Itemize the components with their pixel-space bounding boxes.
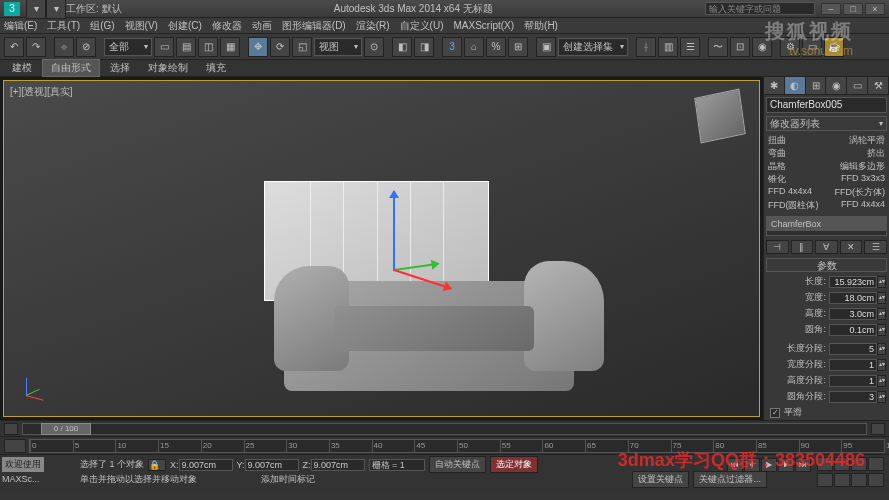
mirror-button[interactable]: ⟊	[636, 37, 656, 57]
select-region-button[interactable]: ◫	[198, 37, 218, 57]
spinner-icon[interactable]: ▴▾	[877, 324, 886, 336]
param-value-input[interactable]: 1	[829, 359, 877, 371]
menu-item[interactable]: 视图(V)	[125, 19, 158, 33]
param-value-input[interactable]: 5	[829, 343, 877, 355]
ribbon-tab[interactable]: 选择	[102, 60, 138, 76]
select-name-button[interactable]: ▤	[176, 37, 196, 57]
zoom-button[interactable]	[834, 457, 850, 471]
menu-item[interactable]: 帮助(H)	[524, 19, 558, 33]
zoom-all-button[interactable]	[851, 457, 867, 471]
setkey-button[interactable]: 设置关键点	[632, 471, 689, 488]
spinner-icon[interactable]: ▴▾	[877, 375, 886, 387]
time-slider-handle[interactable]: 0 / 100	[41, 423, 91, 435]
menu-item[interactable]: 渲染(R)	[356, 19, 390, 33]
material-button[interactable]: ◉	[752, 37, 772, 57]
move-button[interactable]: ✥	[248, 37, 268, 57]
minimize-button[interactable]: –	[821, 3, 841, 15]
object-name-field[interactable]: ChamferBox005	[766, 97, 887, 113]
display-tab[interactable]: ▭	[847, 77, 868, 94]
undo-button[interactable]: ↶	[4, 37, 24, 57]
keyfilter-button[interactable]: 关键点过滤器...	[693, 471, 767, 488]
close-button[interactable]: ×	[865, 3, 885, 15]
play-button[interactable]: ▶	[761, 458, 777, 472]
time-ruler[interactable]: 0510152025303540455055606570758085909510…	[29, 439, 885, 453]
modifier-shortcut[interactable]: FFD(圆柱体)FFD 4x4x4	[766, 199, 887, 212]
hierarchy-tab[interactable]: ⊞	[806, 77, 827, 94]
param-value-input[interactable]: 15.923cm	[829, 276, 877, 288]
modifier-shortcut[interactable]: 扭曲涡轮平滑	[766, 134, 887, 147]
coord-y-input[interactable]	[245, 459, 299, 471]
goto-end-button[interactable]: ⏭	[795, 458, 811, 472]
manipulate-button[interactable]: ◧	[392, 37, 412, 57]
spinner-icon[interactable]: ▴▾	[877, 391, 886, 403]
walk-button[interactable]	[868, 473, 884, 487]
scene-object-sofa[interactable]	[224, 161, 644, 417]
modifier-shortcut[interactable]: 弯曲挤出	[766, 147, 887, 160]
menu-item[interactable]: 创建(C)	[168, 19, 202, 33]
menu-item[interactable]: 图形编辑器(D)	[282, 19, 346, 33]
spinner-icon[interactable]: ▴▾	[877, 292, 886, 304]
param-value-input[interactable]: 1	[829, 375, 877, 387]
param-value-input[interactable]: 3	[829, 391, 877, 403]
lock-sel-button[interactable]: 🔒	[148, 459, 166, 471]
snap-button[interactable]: 3	[442, 37, 462, 57]
render-button[interactable]: ☕	[824, 37, 844, 57]
configure-button[interactable]: ☰	[864, 240, 887, 254]
named-sel-set[interactable]: 创建选择集	[558, 38, 628, 56]
named-sel-button[interactable]: ▣	[536, 37, 556, 57]
window-crossing-button[interactable]: ▦	[220, 37, 240, 57]
ribbon-tab[interactable]: 建模	[4, 60, 40, 76]
spinner-icon[interactable]: ▴▾	[877, 343, 886, 355]
menu-item[interactable]: 自定义(U)	[400, 19, 444, 33]
ribbon-tab[interactable]: 填充	[198, 60, 234, 76]
menu-item[interactable]: 动画	[252, 19, 272, 33]
pan-button[interactable]	[817, 457, 833, 471]
param-value-input[interactable]: 0.1cm	[829, 324, 877, 336]
utilities-tab[interactable]: ⚒	[868, 77, 889, 94]
fov-button[interactable]	[868, 457, 884, 471]
next-frame-button[interactable]: ⏵	[778, 458, 794, 472]
ribbon-tab[interactable]: 自由形式	[42, 59, 100, 77]
trackbar-toggle[interactable]	[4, 439, 26, 453]
remove-mod-button[interactable]: ✕	[840, 240, 863, 254]
selected-filter[interactable]: 选定对象	[490, 456, 538, 473]
layers-button[interactable]: ☰	[680, 37, 700, 57]
orbit-button[interactable]	[834, 473, 850, 487]
modify-tab[interactable]: ◐	[785, 77, 806, 94]
percent-snap-button[interactable]: %	[486, 37, 506, 57]
rotate-button[interactable]: ⟳	[270, 37, 290, 57]
titlebar-btn[interactable]: ▾	[26, 0, 46, 19]
perspective-viewport[interactable]: [+][透视][真实]	[3, 80, 760, 417]
spinner-icon[interactable]: ▴▾	[877, 308, 886, 320]
menu-item[interactable]: MAXScript(X)	[453, 20, 514, 31]
pin-stack-button[interactable]: ⊣	[766, 240, 789, 254]
modifier-list-dropdown[interactable]: 修改器列表▾	[766, 116, 887, 131]
pivot-button[interactable]: ⊙	[364, 37, 384, 57]
menu-item[interactable]: 组(G)	[90, 19, 114, 33]
unlink-button[interactable]: ⊘	[76, 37, 96, 57]
add-time-tag[interactable]: 添加时间标记	[261, 473, 315, 486]
maximize-button[interactable]: □	[843, 3, 863, 15]
welcome-link[interactable]: 欢迎使用	[2, 457, 44, 472]
modifier-shortcut[interactable]: FFD 4x4x4FFD(长方体)	[766, 186, 887, 199]
ribbon-tab[interactable]: 对象绘制	[140, 60, 196, 76]
ref-coord-system[interactable]: 视图	[314, 38, 362, 56]
modifier-shortcut[interactable]: 锥化FFD 3x3x3	[766, 173, 887, 186]
render-frame-button[interactable]: ▭	[802, 37, 822, 57]
axis-z[interactable]	[393, 191, 395, 271]
prev-frame-button[interactable]: ⏴	[744, 458, 760, 472]
spinner-icon[interactable]: ▴▾	[877, 276, 886, 288]
coord-x-input[interactable]	[179, 459, 233, 471]
spinner-icon[interactable]: ▴▾	[877, 359, 886, 371]
render-setup-button[interactable]: ⚙	[780, 37, 800, 57]
param-value-input[interactable]: 3.0cm	[829, 308, 877, 320]
maxscript-listener[interactable]: MAXSc...	[2, 474, 74, 484]
coord-z-input[interactable]	[311, 459, 365, 471]
modifier-stack[interactable]: ChamferBox	[766, 216, 887, 236]
smooth-checkbox[interactable]: ✓	[770, 408, 780, 418]
titlebar-btn[interactable]: ▾	[46, 0, 66, 19]
menu-item[interactable]: 编辑(E)	[4, 19, 37, 33]
curve-editor-button[interactable]: 〜	[708, 37, 728, 57]
params-rollout-header[interactable]: 参数	[766, 258, 887, 272]
spinner-snap-button[interactable]: ⊞	[508, 37, 528, 57]
